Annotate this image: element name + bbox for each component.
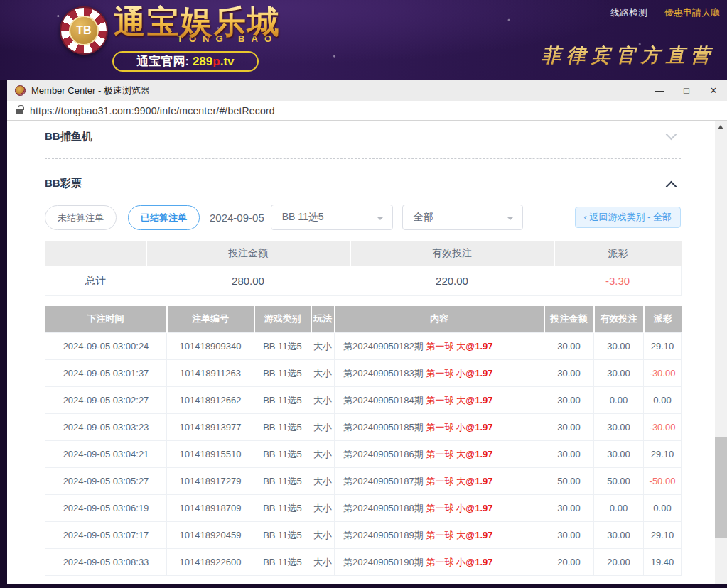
payout-cell: 29.10: [644, 333, 682, 360]
bet-time-cell: 2024-09-05 03:01:37: [45, 360, 167, 387]
bet-time-cell: 2024-09-05 03:06:19: [45, 495, 167, 522]
bet-period: 第202409050188期: [343, 503, 426, 513]
bet-content-cell: 第202409050184期 第一球 大@1.97: [335, 387, 544, 414]
summary-table: 投注金额有效投注派彩 总计 280.00 220.00 -3.30: [45, 241, 682, 296]
lottery-section-title: BB彩票: [45, 177, 82, 190]
table-header-cell: 游戏类别: [254, 306, 311, 333]
settled-tab[interactable]: 已结算注单: [128, 205, 200, 230]
section-divider: [45, 158, 681, 159]
summary-header-row: 投注金额有效投注派彩: [45, 241, 682, 266]
valid-bet-cell: 30.00: [594, 360, 644, 387]
bet-content-cell: 第202409050190期 第一球 小@1.97: [335, 549, 544, 576]
valid-bet-cell: 30.00: [594, 441, 644, 468]
play-type-cell: 大小: [311, 522, 335, 549]
section-lottery[interactable]: BB彩票: [45, 177, 681, 190]
table-row: 2024-09-05 03:08:33101418922600BB 11选5大小…: [45, 549, 682, 576]
table-row: 2024-09-05 03:06:19101418918709BB 11选5大小…: [45, 495, 682, 522]
section-fishing[interactable]: BB捕鱼机: [45, 130, 681, 143]
bet-content-cell: 第202409050188期 第一球 小@1.97: [335, 495, 544, 522]
game-type-cell: BB 11选5: [254, 468, 311, 495]
bet-amount-cell: 30.00: [544, 441, 594, 468]
game-select[interactable]: BB 11选5: [271, 205, 393, 230]
bet-amount-cell: 30.00: [544, 414, 594, 441]
vertical-scrollbar[interactable]: [715, 121, 727, 584]
browser-window: Member Center - 极速浏览器 — □ ✕ https://tong…: [7, 80, 727, 584]
bet-odds: 1.97: [475, 530, 492, 540]
top-nav: 线路检测 優惠申請大廳: [610, 6, 720, 19]
bet-content-cell: 第202409050185期 第一球 小@1.97: [335, 414, 544, 441]
chip-tb-label: TB: [69, 16, 99, 45]
nav-line-check[interactable]: 线路检测: [610, 6, 647, 19]
site-banner: TB 通宝娱乐城 TONG BAO 通宝官网: 289p.tv 线路检测 優惠申…: [0, 0, 727, 80]
summary-header-cell: 有效投注: [350, 241, 554, 266]
bet-period: 第202409050190期: [343, 557, 426, 567]
bet-content-cell: 第202409050183期 第一球 小@1.97: [335, 360, 544, 387]
bet-period: 第202409050182期: [343, 341, 426, 352]
payout-cell: 29.10: [644, 522, 682, 549]
valid-bet-cell: 0.00: [594, 387, 644, 414]
bet-odds: 1.97: [475, 368, 492, 379]
official-tv: .tv: [220, 55, 235, 69]
scrollbar-thumb[interactable]: [715, 437, 727, 538]
bet-pick: 第一球 大@1.97: [426, 395, 492, 405]
bet-id-cell: 101418917279: [167, 468, 254, 495]
bet-period: 第202409050186期: [343, 449, 426, 459]
payout-cell: 19.40: [644, 549, 682, 576]
table-header-cell: 投注金额: [544, 306, 594, 333]
fishing-section-title: BB捕鱼机: [45, 130, 92, 143]
official-label: 通宝官网:: [136, 53, 189, 70]
bet-pick: 第一球 大@1.97: [426, 341, 492, 352]
payout-cell: -30.00: [644, 360, 682, 387]
summary-bet-amount: 280.00: [146, 266, 350, 295]
game-type-cell: BB 11选5: [254, 333, 311, 360]
select-caret-icon: [507, 217, 514, 220]
minimize-button[interactable]: —: [646, 80, 673, 101]
bet-odds: 1.97: [475, 476, 492, 486]
address-bar[interactable]: https://tongbao31.com:9900/infe/mcenter/…: [7, 101, 727, 121]
play-type-cell: 大小: [311, 549, 335, 576]
table-row: 2024-09-05 03:04:21101418915510BB 11选5大小…: [45, 441, 682, 468]
table-row: 2024-09-05 03:01:37101418911263BB 11选5大小…: [45, 360, 682, 387]
game-type-cell: BB 11选5: [254, 360, 311, 387]
valid-bet-cell: 30.00: [594, 522, 644, 549]
close-button[interactable]: ✕: [700, 80, 727, 101]
valid-bet-cell: 30.00: [594, 333, 644, 360]
play-type-cell: 大小: [311, 387, 335, 414]
bet-time-cell: 2024-09-05 03:07:17: [45, 522, 167, 549]
maximize-button[interactable]: □: [673, 80, 700, 101]
bet-amount-cell: 30.00: [544, 495, 594, 522]
date-label[interactable]: 2024-09-05: [210, 212, 264, 224]
chevron-down-icon[interactable]: [666, 129, 677, 141]
table-row: 2024-09-05 03:05:27101418917279BB 11选5大小…: [45, 468, 682, 495]
bet-id-cell: 101418915510: [167, 441, 254, 468]
bet-pick: 第一球 大@1.97: [426, 530, 492, 540]
payout-cell: 0.00: [644, 495, 682, 522]
play-type-cell: 大小: [311, 468, 335, 495]
back-to-category-button[interactable]: ‹ 返回游戏类别 - 全部: [575, 207, 682, 228]
bet-period: 第202409050187期: [343, 476, 426, 486]
bet-content-cell: 第202409050182期 第一球 大@1.97: [335, 333, 544, 360]
bet-id-cell: 101418913977: [167, 414, 254, 441]
game-type-cell: BB 11选5: [254, 549, 311, 576]
url-text[interactable]: https://tongbao31.com:9900/infe/mcenter/…: [30, 105, 275, 116]
bet-odds: 1.97: [475, 503, 492, 513]
scroll-up-arrow-icon[interactable]: [718, 125, 723, 129]
unsettled-tab[interactable]: 未结算注单: [45, 205, 117, 230]
bet-odds: 1.97: [475, 449, 492, 459]
chevron-up-icon[interactable]: [666, 181, 677, 192]
window-titlebar: Member Center - 极速浏览器 — □ ✕: [7, 80, 727, 101]
bet-amount-cell: 50.00: [544, 468, 594, 495]
slogan-text: 菲律宾官方直营: [542, 43, 716, 68]
bet-amount-cell: 20.00: [544, 549, 594, 576]
bet-amount-cell: 30.00: [544, 387, 594, 414]
valid-bet-cell: 0.00: [594, 495, 644, 522]
game-type-cell: BB 11选5: [254, 522, 311, 549]
bet-id-cell: 101418912662: [167, 387, 254, 414]
summary-header-cell: [45, 241, 146, 266]
bet-pick: 第一球 小@1.97: [426, 368, 492, 379]
type-select[interactable]: 全部: [402, 205, 523, 230]
payout-cell: 29.10: [644, 441, 682, 468]
bet-period: 第202409050185期: [343, 422, 426, 432]
nav-promo-hall[interactable]: 優惠申請大廳: [664, 6, 720, 19]
summary-valid-bet: 220.00: [350, 266, 554, 295]
